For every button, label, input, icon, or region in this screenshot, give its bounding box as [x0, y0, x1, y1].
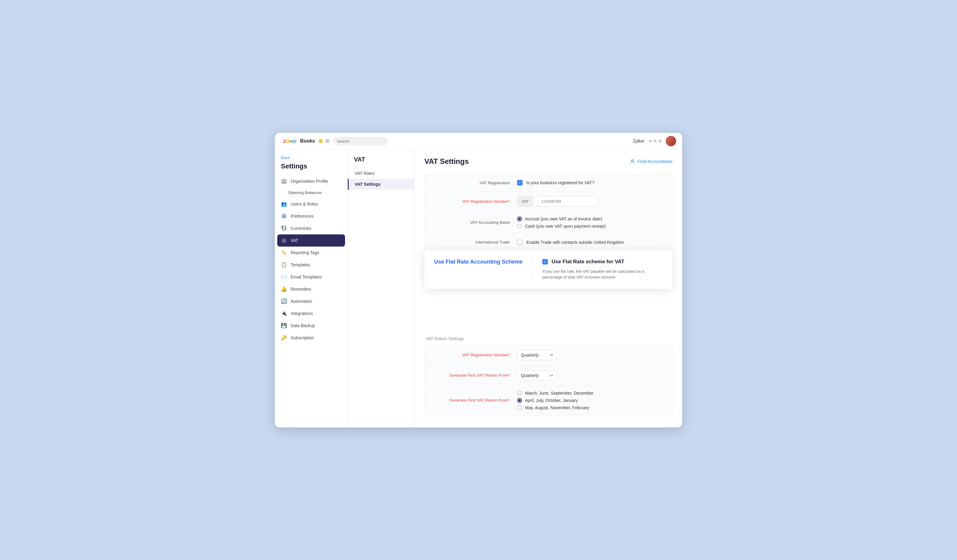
vat-registration-checkbox[interactable]: ✓ — [517, 180, 523, 185]
vat-icon: ◎ — [281, 237, 287, 243]
may-radio[interactable] — [517, 405, 522, 410]
sidebar-item-reminders[interactable]: 🔔 Reminders — [275, 283, 347, 295]
sidebar-item-subscription[interactable]: 🔑 Subscription — [275, 332, 347, 344]
march-radio[interactable] — [517, 391, 522, 396]
app-logo: ZOHO Books — [281, 138, 315, 145]
find-accountants-label: Find Accountants — [638, 159, 673, 164]
dot-2 — [654, 140, 657, 143]
sidebar-item-email-templates[interactable]: ✉️ Email Templates — [275, 271, 347, 283]
vat-subnav-title: VAT — [348, 156, 414, 168]
titlebar-right: Zylker — [633, 136, 676, 146]
accrual-radio[interactable] — [517, 216, 522, 221]
find-accountants-icon — [630, 159, 635, 164]
accounting-basis-radio-group: Accrual (you owe VAT as of invoice date)… — [517, 216, 606, 229]
sidebar-label-templates: Templates — [291, 262, 310, 267]
generate-from-date-field: March, June, September, December April, … — [517, 391, 665, 410]
generate-from-date-label: Generate First VAT Return From* — [432, 398, 517, 402]
titlebar: ZOHO Books Zylker — [275, 133, 682, 150]
vat-return-reg-row: VAT Registration Number* Quarterly — [425, 345, 672, 366]
sidebar-item-data-backup[interactable]: 💾 Data Backup — [275, 320, 347, 332]
automation-icon: 🔄 — [281, 298, 287, 304]
avatar[interactable] — [666, 136, 676, 146]
vat-accounting-basis-label: VAT Accounting Basis — [432, 220, 517, 225]
cash-radio[interactable] — [517, 224, 522, 229]
settings-header: VAT Settings Find Accountants — [425, 157, 673, 166]
email-templates-icon: ✉️ — [281, 274, 287, 280]
vat-registration-field: ✓ Is your business registered for VAT? — [517, 180, 665, 185]
sidebar-label-vat: VAT — [291, 238, 298, 243]
sidebar-item-vat[interactable]: ◎ VAT — [277, 234, 345, 246]
vat-reg-number-label: VAT Registration Number* — [432, 199, 517, 204]
sidebar-label-data-backup: Data Backup — [291, 323, 315, 328]
page-title: VAT Settings — [425, 157, 469, 166]
sidebar-label-preferences: Preferences — [291, 214, 313, 219]
sidebar-label-integrations: Integrations — [291, 311, 313, 316]
flat-rate-title: Use Flat Rate Accounting Scheme — [434, 259, 523, 265]
logo-h: H — [289, 139, 293, 144]
user-menu[interactable]: Zylker — [633, 139, 644, 144]
accrual-label: Accrual (you owe VAT as of invoice date) — [525, 216, 602, 221]
logo-books: Books — [300, 138, 315, 144]
main-layout: Back Settings 🏢 Organisation Profile Ope… — [275, 150, 682, 427]
vat-return-reg-select[interactable]: Quarterly — [517, 350, 557, 360]
integrations-icon: 🔌 — [281, 311, 287, 317]
international-trade-field: Enable Trade with contacts outside Unite… — [517, 240, 665, 245]
sidebar-label-reporting-tags: Reporting Tags — [291, 250, 319, 255]
international-trade-label: International Trade — [432, 240, 517, 245]
minimize-button[interactable] — [319, 139, 323, 143]
generate-first-select[interactable]: Quarterly — [517, 370, 557, 381]
close-button[interactable] — [325, 139, 330, 143]
sidebar-item-users-roles[interactable]: 👥 Users & Roles — [275, 198, 347, 210]
users-roles-icon: 👥 — [281, 201, 287, 207]
subscription-icon: 🔑 — [281, 335, 287, 341]
vat-reg-number-row: VAT Registration Number* VAT — [425, 191, 672, 211]
vat-return-form: VAT Registration Number* Quarterly Gener… — [425, 345, 673, 415]
sidebar-label-opening-balances: Opening Balances — [288, 190, 322, 195]
international-trade-checkbox[interactable] — [517, 240, 523, 245]
vat-form-section: VAT Registration ✓ Is your business regi… — [425, 174, 673, 251]
sidebar-label-automation: Automation — [291, 299, 312, 304]
vat-number-input[interactable] — [537, 196, 598, 207]
sidebar-item-currencies[interactable]: 💱 Currencies — [275, 222, 347, 234]
vat-nav-rates[interactable]: VAT Rates — [348, 168, 414, 179]
sidebar-item-automation[interactable]: 🔄 Automation — [275, 295, 347, 308]
sidebar-item-org-profile[interactable]: 🏢 Organisation Profile — [275, 175, 347, 187]
vat-accounting-basis-field: Accrual (you owe VAT as of invoice date)… — [517, 216, 665, 229]
sidebar-item-reporting-tags[interactable]: 🏷️ Reporting Tags — [275, 246, 347, 259]
find-accountants-button[interactable]: Find Accountants — [630, 159, 673, 164]
april-radio-row: April, July, October, January — [517, 398, 594, 403]
international-trade-row: International Trade Enable Trade with co… — [425, 234, 672, 251]
sidebar-item-preferences[interactable]: ⚙️ Preferences — [275, 210, 347, 222]
sidebar-item-integrations[interactable]: 🔌 Integrations — [275, 308, 347, 320]
window-controls — [319, 139, 330, 143]
preferences-icon: ⚙️ — [281, 213, 287, 219]
logo-o1: O — [286, 139, 289, 144]
sidebar-item-templates[interactable]: 📋 Templates — [275, 259, 347, 271]
svg-point-0 — [632, 159, 633, 161]
logo-z: Z — [283, 139, 286, 144]
vat-return-reg-label: VAT Registration Number* — [432, 353, 517, 357]
reminders-icon: 🔔 — [281, 286, 287, 292]
sidebar: Back Settings 🏢 Organisation Profile Ope… — [275, 150, 348, 427]
search-input[interactable] — [333, 137, 388, 145]
back-link[interactable]: Back — [275, 150, 347, 161]
sidebar-title: Settings — [275, 161, 347, 175]
vat-subnav: VAT VAT Rates VAT Settings — [348, 150, 415, 427]
vat-nav-settings[interactable]: VAT Settings — [348, 179, 414, 190]
vat-return-section-label: VAT Return Settings — [425, 336, 673, 341]
vat-registration-text: Is your business registered for VAT? — [526, 180, 594, 185]
reporting-tags-icon: 🏷️ — [281, 249, 287, 256]
flat-rate-checkbox[interactable]: ✓ — [542, 259, 548, 265]
sidebar-label-reminders: Reminders — [291, 287, 311, 292]
vat-accounting-basis-row: VAT Accounting Basis Accrual (you owe VA… — [425, 211, 672, 234]
generate-from-date-radio-group: March, June, September, December April, … — [517, 391, 594, 410]
sidebar-item-opening-balances[interactable]: Opening Balances — [275, 187, 347, 198]
flat-rate-right: ✓ Use Flat Rate scheme for VAT If you us… — [542, 259, 663, 280]
app-window: ZOHO Books Zylker Back Settings — [275, 133, 682, 427]
april-radio[interactable] — [517, 398, 522, 403]
logo-o2: O — [293, 139, 296, 144]
flat-rate-scheme-title: Use Flat Rate scheme for VAT — [551, 259, 624, 265]
org-profile-icon: 🏢 — [281, 178, 287, 184]
sidebar-label-currencies: Currencies — [291, 226, 311, 231]
vat-reg-number-field: VAT — [517, 196, 665, 207]
